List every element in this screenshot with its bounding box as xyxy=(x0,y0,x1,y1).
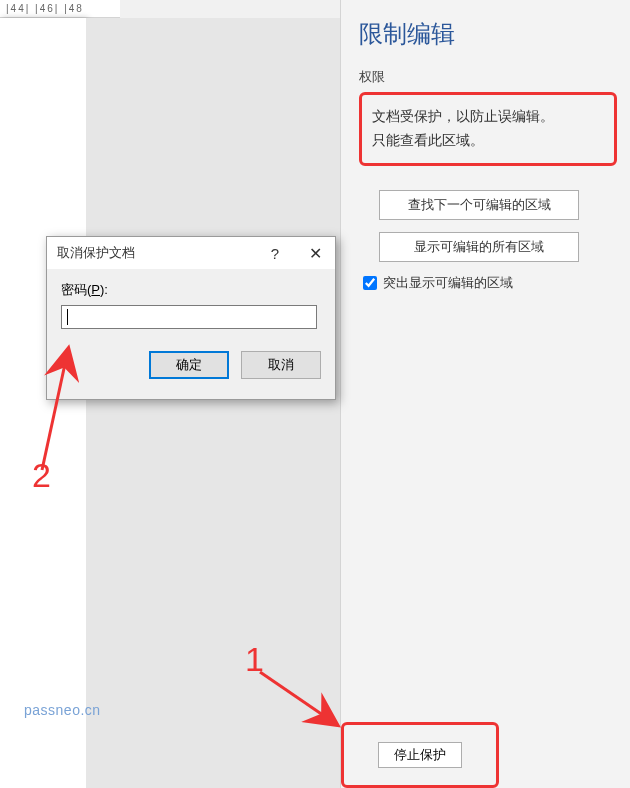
protection-info-box: 文档受保护，以防止误编辑。 只能查看此区域。 xyxy=(359,92,617,166)
restrict-editing-panel: 限制编辑 权限 文档受保护，以防止误编辑。 只能查看此区域。 查找下一个可编辑的… xyxy=(340,0,630,788)
unprotect-document-dialog: 取消保护文档 ? ✕ 密码(P): 确定 取消 xyxy=(46,236,336,400)
stop-protection-button[interactable]: 停止保护 xyxy=(378,742,462,768)
info-line-1: 文档受保护，以防止误编辑。 xyxy=(372,105,604,129)
help-icon[interactable]: ? xyxy=(255,237,295,269)
cancel-button[interactable]: 取消 xyxy=(241,351,321,379)
highlight-regions-label: 突出显示可编辑的区域 xyxy=(383,274,513,292)
dialog-buttons: 确定 取消 xyxy=(47,341,335,379)
annotation-number-1: 1 xyxy=(245,640,264,679)
document-background xyxy=(86,18,340,788)
find-next-region-button[interactable]: 查找下一个可编辑的区域 xyxy=(379,190,579,220)
highlight-regions-checkbox-row[interactable]: 突出显示可编辑的区域 xyxy=(363,274,630,292)
permissions-label: 权限 xyxy=(359,68,630,86)
dialog-body: 密码(P): xyxy=(47,269,335,341)
panel-title: 限制编辑 xyxy=(359,18,630,50)
watermark: passneo.cn xyxy=(24,702,101,718)
dialog-titlebar[interactable]: 取消保护文档 ? ✕ xyxy=(47,237,335,269)
show-all-regions-button[interactable]: 显示可编辑的所有区域 xyxy=(379,232,579,262)
password-label: 密码(P): xyxy=(61,281,321,299)
document-page xyxy=(0,18,86,788)
close-icon[interactable]: ✕ xyxy=(295,237,335,269)
stop-protection-highlight: 停止保护 xyxy=(341,722,499,788)
ok-button[interactable]: 确定 xyxy=(149,351,229,379)
annotation-number-2: 2 xyxy=(32,456,51,495)
password-input[interactable] xyxy=(61,305,317,329)
dialog-title: 取消保护文档 xyxy=(57,244,135,262)
ruler: |44| |46| |48 xyxy=(0,0,120,18)
info-line-2: 只能查看此区域。 xyxy=(372,129,604,153)
text-caret xyxy=(67,309,68,325)
highlight-regions-checkbox[interactable] xyxy=(363,276,377,290)
